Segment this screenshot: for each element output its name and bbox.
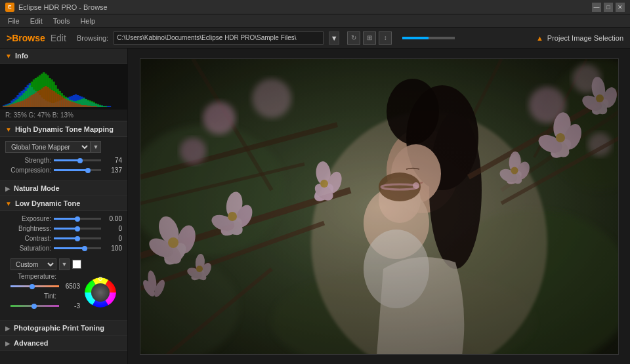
svg-rect-84 xyxy=(140,59,619,355)
tint-value: -3 xyxy=(62,302,80,310)
brightness-label: Brightness: xyxy=(5,225,51,232)
contrast-slider[interactable] xyxy=(54,237,101,239)
temperature-value: 6503 xyxy=(62,283,80,290)
strength-slider[interactable] xyxy=(54,159,101,161)
minimize-button[interactable]: — xyxy=(592,3,601,12)
high-dynamic-title: High Dynamic Tone Mapping xyxy=(15,125,114,133)
color-preset-select[interactable]: Custom xyxy=(10,258,56,270)
compression-value: 137 xyxy=(104,167,122,174)
low-dynamic-header[interactable]: ▼ Low Dynamic Tone xyxy=(0,196,127,211)
contrast-label: Contrast: xyxy=(5,235,51,242)
menu-edit[interactable]: Edit xyxy=(25,16,48,26)
toolbar-icons: ↻ ⊞ ↕ xyxy=(347,31,392,45)
brightness-thumb xyxy=(75,226,80,232)
tone-mapper-row: Global Tone Mapper ▼ xyxy=(5,141,122,153)
saturation-slider[interactable] xyxy=(54,247,101,249)
project-arrow-icon: ▲ xyxy=(536,34,543,42)
maximize-button[interactable]: □ xyxy=(604,3,613,12)
temperature-slider[interactable] xyxy=(10,285,59,287)
contrast-row: Contrast: 0 xyxy=(5,235,122,242)
saturation-label: Saturation: xyxy=(5,245,51,252)
advanced-title: Advanced xyxy=(14,339,49,347)
compression-fill xyxy=(54,169,88,171)
advanced-section[interactable]: ▶ Advanced xyxy=(0,336,127,351)
photographic-print-section[interactable]: ▶ Photographic Print Toning xyxy=(0,321,127,336)
menubar: File Edit Tools Help xyxy=(0,14,630,28)
path-dropdown-button[interactable]: ▼ xyxy=(329,31,339,45)
exposure-slider[interactable] xyxy=(54,218,101,220)
color-preset-row: Custom ▼ xyxy=(10,258,117,270)
menu-file[interactable]: File xyxy=(3,16,25,26)
zoom-bar xyxy=(402,37,455,39)
temperature-slider-row: 6503 xyxy=(10,283,80,290)
color-section: Custom ▼ Temperature: xyxy=(5,254,122,316)
low-dynamic-section: ▼ Low Dynamic Tone Exposure: 0.00 Bright… xyxy=(0,196,127,321)
tone-mapper-dropdown-icon[interactable]: ▼ xyxy=(91,141,101,153)
content-area xyxy=(128,49,630,364)
tint-thumb xyxy=(32,304,37,309)
refresh-icon[interactable]: ↻ xyxy=(347,31,360,45)
color-wheel[interactable] xyxy=(84,276,117,309)
low-dynamic-arrow-icon: ▼ xyxy=(5,200,12,207)
exposure-label: Exposure: xyxy=(5,215,51,222)
zoom-slider-track[interactable] xyxy=(402,37,455,39)
low-dynamic-title: Low Dynamic Tone xyxy=(15,199,80,207)
exposure-row: Exposure: 0.00 xyxy=(5,215,122,222)
browse-button[interactable]: >Browse xyxy=(7,33,45,43)
saturation-fill xyxy=(54,247,85,249)
left-panel: ▼ Info R: 35% G: 47% B: 13% ▼ High Dynam… xyxy=(0,49,128,364)
temperature-label: Temperature: xyxy=(10,273,56,280)
project-section: ▲ Project Image Selection xyxy=(536,34,623,42)
project-title[interactable]: Project Image Selection xyxy=(547,34,623,42)
high-dynamic-arrow-icon: ▼ xyxy=(5,126,12,133)
natural-mode-title: Natural Mode xyxy=(14,184,60,192)
photographic-print-arrow-icon: ▶ xyxy=(5,325,10,332)
natural-mode-section[interactable]: ▶ Natural Mode xyxy=(0,181,127,196)
temperature-row: Temperature: xyxy=(10,273,80,280)
compression-label: Compression: xyxy=(5,167,51,174)
path-input[interactable] xyxy=(114,31,324,45)
contrast-fill xyxy=(54,237,77,239)
high-dynamic-content: Global Tone Mapper ▼ Strength: 74 Compre… xyxy=(0,137,127,180)
menu-tools[interactable]: Tools xyxy=(48,16,75,26)
exposure-thumb xyxy=(75,216,80,222)
exposure-fill xyxy=(54,218,77,220)
menu-help[interactable]: Help xyxy=(75,16,100,26)
titlebar: E Eclipse HDR PRO - Browse — □ ✕ xyxy=(0,0,630,14)
info-arrow-icon: ▼ xyxy=(5,52,12,60)
compression-row: Compression: 137 xyxy=(5,167,122,174)
tint-slider-row: -3 xyxy=(10,302,80,310)
strength-value: 74 xyxy=(104,157,122,164)
strength-row: Strength: 74 xyxy=(5,157,122,164)
photographic-print-title: Photographic Print Toning xyxy=(14,324,104,332)
brightness-slider[interactable] xyxy=(54,228,101,230)
exposure-value: 0.00 xyxy=(104,215,122,222)
view-icon[interactable]: ⊞ xyxy=(363,31,376,45)
strength-thumb xyxy=(77,158,83,163)
brightness-row: Brightness: 0 xyxy=(5,225,122,232)
compression-thumb xyxy=(85,168,91,173)
histogram xyxy=(0,64,127,110)
brightness-fill xyxy=(54,228,77,230)
color-preset-arrow-icon[interactable]: ▼ xyxy=(59,258,70,270)
svg-point-2 xyxy=(85,277,116,308)
white-swatch[interactable] xyxy=(72,260,81,269)
strength-label: Strength: xyxy=(5,157,51,164)
info-header[interactable]: ▼ Info xyxy=(0,49,127,64)
edit-button[interactable]: Edit xyxy=(51,33,66,43)
brightness-value: 0 xyxy=(104,225,122,232)
contrast-thumb xyxy=(75,236,80,241)
sort-icon[interactable]: ↕ xyxy=(379,31,392,45)
saturation-thumb xyxy=(82,246,87,251)
advanced-arrow-icon: ▶ xyxy=(5,340,10,347)
info-section: ▼ Info R: 35% G: 47% B: 13% xyxy=(0,49,127,122)
close-button[interactable]: ✕ xyxy=(616,3,625,12)
tone-mapper-select[interactable]: Global Tone Mapper xyxy=(5,141,91,153)
high-dynamic-header[interactable]: ▼ High Dynamic Tone Mapping xyxy=(0,122,127,137)
compression-slider[interactable] xyxy=(54,169,101,171)
tint-slider[interactable] xyxy=(10,305,59,307)
color-wheel-area: Temperature: 6503 Tint: xyxy=(10,273,117,312)
main-layout: ▼ Info R: 35% G: 47% B: 13% ▼ High Dynam… xyxy=(0,49,630,364)
browsing-label: Browsing: xyxy=(77,34,108,42)
info-rgb: R: 35% G: 47% B: 13% xyxy=(0,110,127,121)
